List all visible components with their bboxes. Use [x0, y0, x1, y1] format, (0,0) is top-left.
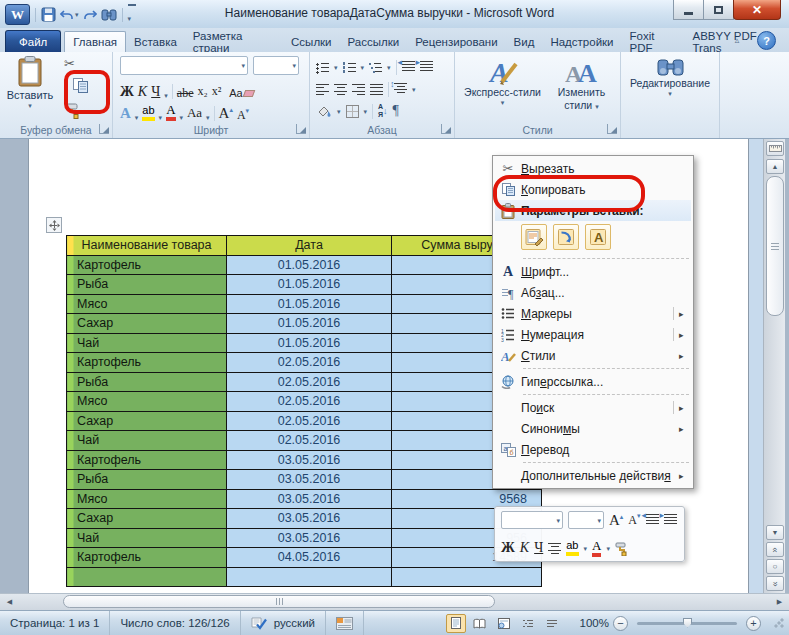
chevron-down-icon[interactable] — [361, 64, 365, 71]
vertical-scrollbar[interactable]: ▲ ▼ « ○ « — [763, 139, 785, 593]
mini-bold-button[interactable]: Ж — [501, 541, 515, 555]
page-indicator[interactable]: Страница: 1 из 1 — [0, 611, 110, 635]
mini-italic-button[interactable]: К — [520, 541, 529, 555]
highlight-color-button[interactable]: ab — [142, 105, 154, 121]
copy-button[interactable] — [72, 77, 89, 94]
bullets-icon[interactable] — [316, 61, 329, 74]
menu-item-копировать[interactable]: Копировать — [495, 179, 691, 200]
select-browse-object-button[interactable]: ○ — [766, 559, 784, 574]
vertical-scroll-thumb[interactable] — [766, 176, 784, 316]
mini-increase-indent-button[interactable]: ▸ — [664, 511, 677, 529]
tab-главная[interactable]: Главная — [64, 31, 126, 52]
help-button[interactable]: ? — [757, 31, 776, 50]
dialog-launcher-icon[interactable] — [607, 124, 617, 134]
change-case-button[interactable]: Аа — [187, 105, 202, 121]
mini-underline-button[interactable]: Ч — [534, 541, 543, 555]
table-cell[interactable] — [392, 567, 542, 587]
table-cell[interactable]: 01.05.2016 — [227, 294, 392, 314]
close-button[interactable]: ✕ — [733, 0, 781, 20]
next-page-button[interactable]: « — [766, 576, 784, 591]
scroll-down-button[interactable]: ▼ — [766, 525, 784, 540]
strikethrough-button[interactable]: abe — [177, 87, 194, 99]
table-cell[interactable]: 01.05.2016 — [227, 275, 392, 295]
scroll-right-button[interactable]: ▶ — [773, 596, 786, 608]
menu-item-маркеры[interactable]: Маркеры▸ — [495, 303, 691, 324]
editing-button[interactable]: Редактирование — [623, 52, 718, 122]
view-print-layout-button[interactable] — [446, 614, 466, 633]
mini-highlight-button[interactable]: ab — [566, 540, 578, 556]
table-cell[interactable]: 02.05.2016 — [227, 431, 392, 451]
chevron-down-icon[interactable] — [135, 114, 139, 121]
mini-font-size-combo[interactable] — [568, 511, 604, 529]
table-cell[interactable]: Сахар — [67, 509, 227, 529]
scroll-up-button[interactable]: ▲ — [766, 159, 784, 174]
table-cell[interactable]: Картофель — [67, 353, 227, 373]
mini-decrease-indent-button[interactable]: ◂ — [646, 511, 659, 529]
table-cell[interactable]: 02.05.2016 — [227, 392, 392, 412]
table-cell[interactable]: Картофель — [67, 548, 227, 568]
table-cell[interactable]: Рыба — [67, 372, 227, 392]
table-cell[interactable]: 02.05.2016 — [227, 411, 392, 431]
align-left-icon[interactable] — [316, 83, 329, 96]
justify-icon[interactable] — [370, 83, 383, 96]
mini-format-painter-icon[interactable] — [615, 541, 631, 556]
chevron-down-icon[interactable] — [364, 108, 368, 115]
language-indicator[interactable]: русский — [241, 611, 326, 635]
numbering-icon[interactable] — [343, 61, 356, 74]
tab-ссылки[interactable]: Ссылки — [283, 31, 340, 52]
table-header-cell[interactable]: Наименование товара — [67, 236, 227, 256]
table-cell[interactable]: 04.05.2016 — [227, 548, 392, 568]
tab-надстройки[interactable]: Надстройки — [542, 31, 621, 52]
chevron-down-icon[interactable] — [334, 64, 338, 71]
chevron-down-icon[interactable] — [606, 545, 610, 552]
table-cell[interactable]: Чай — [67, 431, 227, 451]
view-fullscreen-reading-button[interactable] — [470, 614, 490, 633]
table-cell[interactable]: 03.05.2016 — [227, 509, 392, 529]
menu-item-вырезать[interactable]: ✂Вырезать — [495, 158, 691, 179]
zoom-level[interactable]: 100% — [580, 617, 609, 629]
align-right-icon[interactable] — [352, 83, 365, 96]
format-painter-button[interactable] — [66, 102, 83, 119]
line-spacing-button[interactable]: ↕ — [394, 80, 407, 98]
chevron-down-icon[interactable] — [159, 114, 163, 121]
word-count-indicator[interactable]: Число слов: 126/126 — [110, 611, 240, 635]
table-cell[interactable]: 03.05.2016 — [227, 528, 392, 548]
macro-indicator[interactable] — [326, 611, 364, 635]
keep-text-only-button[interactable]: A — [585, 224, 611, 250]
tab-рассылки[interactable]: Рассылки — [340, 31, 408, 52]
table-cell[interactable]: 01.05.2016 — [227, 314, 392, 334]
table-header-cell[interactable]: Дата — [227, 236, 392, 256]
table-cell[interactable]: 01.05.2016 — [227, 255, 392, 275]
table-cell[interactable] — [67, 567, 227, 587]
table-cell[interactable]: 02.05.2016 — [227, 353, 392, 373]
mini-grow-font-button[interactable]: А▴ — [609, 513, 623, 528]
clear-formatting-button[interactable]: Aa — [229, 87, 253, 99]
table-cell[interactable]: Картофель — [67, 255, 227, 275]
chevron-down-icon[interactable] — [387, 64, 391, 71]
mini-shrink-font-button[interactable]: А▾ — [628, 514, 640, 526]
decrease-indent-button[interactable]: ◂ — [402, 58, 415, 76]
subscript-button[interactable]: x₂ — [197, 84, 207, 99]
font-color-button[interactable]: А — [166, 103, 175, 121]
table-cell[interactable]: Сахар — [67, 411, 227, 431]
menu-item-нумерация[interactable]: 123Нумерация▸ — [495, 324, 691, 345]
save-button[interactable] — [41, 6, 56, 24]
table-cell[interactable]: Картофель — [67, 450, 227, 470]
mini-font-name-combo[interactable] — [501, 511, 563, 529]
dialog-launcher-icon[interactable] — [296, 124, 306, 134]
menu-item-поиск[interactable]: Поиск▸ — [495, 397, 691, 418]
keep-source-formatting-button[interactable] — [521, 224, 547, 250]
view-outline-button[interactable] — [518, 614, 538, 633]
shading-icon[interactable] — [316, 104, 332, 118]
sort-button[interactable]: АЯ↓ — [378, 103, 388, 118]
font-size-combo[interactable] — [253, 56, 299, 75]
minimize-button[interactable] — [673, 0, 704, 20]
chevron-down-icon[interactable] — [164, 92, 168, 99]
table-cell[interactable]: Чай — [67, 333, 227, 353]
change-styles-button[interactable]: АА Изменить стили — [549, 52, 615, 122]
redo-button[interactable] — [83, 6, 97, 24]
table-cell[interactable]: 03.05.2016 — [227, 489, 392, 509]
find-button[interactable] — [101, 6, 117, 24]
horizontal-scrollbar[interactable]: ◀ ▶ — [0, 593, 789, 610]
zoom-out-button[interactable]: − — [613, 616, 628, 631]
